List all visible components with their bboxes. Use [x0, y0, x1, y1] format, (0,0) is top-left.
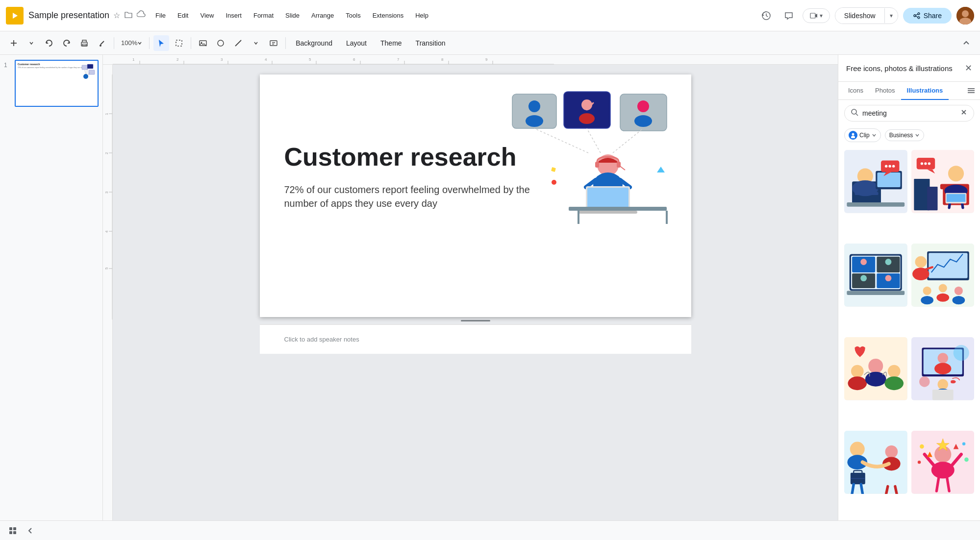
notes-placeholder[interactable]: Click to add speaker notes	[284, 336, 359, 343]
image-tool[interactable]	[195, 35, 211, 51]
paint-button[interactable]	[94, 35, 110, 51]
svg-rect-19	[176, 40, 182, 46]
svg-line-31	[85, 70, 86, 74]
cursor-tool[interactable]	[153, 35, 169, 51]
transition-button[interactable]: Transition	[410, 37, 452, 49]
svg-point-169	[937, 379, 948, 390]
folder-icon[interactable]	[124, 10, 133, 21]
filter-business[interactable]: Business	[885, 129, 925, 141]
share-button[interactable]: Share	[903, 8, 952, 24]
comments-button[interactable]	[780, 7, 798, 25]
grid-view-button[interactable]	[6, 524, 20, 538]
slide-heading[interactable]: Customer research	[284, 143, 529, 171]
panel-tabs: Icons Photos Illustrations	[838, 82, 980, 100]
menu-format[interactable]: Format	[249, 10, 278, 21]
svg-rect-130	[927, 187, 937, 210]
slide-indicator	[260, 317, 691, 324]
add-dropdown[interactable]	[24, 35, 39, 51]
illustration-8[interactable]	[911, 431, 975, 494]
svg-point-167	[953, 345, 969, 361]
svg-text:8: 8	[441, 57, 444, 62]
illustration-7[interactable]	[844, 431, 907, 494]
separator-3	[191, 37, 191, 49]
notes-area[interactable]: Click to add speaker notes	[260, 324, 691, 354]
panel-tab-menu[interactable]	[966, 82, 976, 99]
filter-clip-label: Clip	[859, 132, 870, 139]
line-dropdown[interactable]	[248, 35, 264, 51]
slideshow-button[interactable]: Slideshow	[835, 8, 884, 24]
search-clear-button[interactable]	[960, 108, 968, 118]
toolbar-collapse[interactable]	[958, 35, 974, 51]
illustration-4[interactable]	[911, 244, 975, 307]
svg-text:2: 2	[176, 57, 179, 62]
slide-thumbnail-1[interactable]: Customer research 72% of our customers r…	[15, 60, 99, 107]
illustration-3[interactable]	[844, 244, 907, 307]
menu-arrange[interactable]: Arrange	[306, 10, 339, 21]
search-icon	[851, 108, 858, 118]
cloud-icon[interactable]	[137, 10, 146, 21]
illustration-2[interactable]	[911, 150, 975, 213]
select-tool[interactable]	[171, 35, 187, 51]
star-icon[interactable]: ☆	[113, 11, 120, 20]
illustration-6[interactable]	[911, 337, 975, 400]
line-tool[interactable]	[230, 35, 246, 51]
separator-2	[149, 37, 150, 49]
tab-icons[interactable]: Icons	[842, 82, 869, 100]
svg-point-127	[924, 162, 927, 165]
svg-rect-197	[13, 527, 16, 530]
svg-text:3: 3	[104, 191, 109, 194]
search-input[interactable]	[862, 109, 956, 117]
svg-point-73	[634, 115, 652, 127]
slideshow-dropdown[interactable]: ▾	[884, 8, 898, 23]
menu-file[interactable]: File	[151, 10, 171, 21]
menu-tools[interactable]: Tools	[341, 10, 365, 21]
svg-line-97	[856, 114, 858, 116]
slide-canvas[interactable]: Customer research 72% of our customers r…	[260, 74, 691, 317]
menu-view[interactable]: View	[195, 10, 219, 21]
svg-line-9	[916, 16, 918, 17]
menu-edit[interactable]: Edit	[173, 10, 193, 21]
menu-insert[interactable]: Insert	[221, 10, 247, 21]
print-button[interactable]	[76, 35, 92, 51]
canvas-area[interactable]: Customer research 72% of our customers r…	[113, 65, 838, 540]
svg-point-150	[921, 296, 933, 304]
user-avatar[interactable]	[956, 7, 974, 25]
svg-line-182	[886, 487, 888, 494]
collapse-panel-button[interactable]	[24, 524, 37, 538]
menu-extensions[interactable]: Extensions	[368, 10, 409, 21]
panel-close-button[interactable]: ✕	[965, 63, 972, 74]
svg-point-128	[928, 162, 930, 165]
undo-button[interactable]	[41, 35, 57, 51]
redo-button[interactable]	[59, 35, 75, 51]
svg-point-154	[952, 296, 965, 304]
illustration-5[interactable]	[844, 337, 907, 400]
svg-point-168	[919, 376, 930, 387]
tab-photos[interactable]: Photos	[869, 82, 901, 100]
menu-help[interactable]: Help	[410, 10, 433, 21]
background-button[interactable]: Background	[290, 37, 338, 49]
theme-button[interactable]: Theme	[375, 37, 408, 49]
filter-clip[interactable]: Clip	[844, 128, 881, 142]
svg-point-158	[868, 359, 883, 373]
svg-point-146	[915, 256, 927, 268]
svg-point-161	[884, 376, 904, 390]
app-logo[interactable]	[6, 7, 24, 25]
add-button[interactable]	[6, 35, 22, 51]
doc-title[interactable]: Sample presentation	[28, 10, 109, 21]
layout-button[interactable]: Layout	[340, 37, 373, 49]
illustration-1[interactable]	[844, 150, 907, 213]
textbox-tool[interactable]	[266, 35, 281, 51]
svg-line-181	[861, 484, 862, 493]
menu-slide[interactable]: Slide	[280, 10, 304, 21]
panel-search	[844, 105, 974, 122]
history-button[interactable]	[757, 7, 775, 25]
svg-rect-79	[587, 188, 628, 208]
svg-marker-3	[762, 14, 764, 16]
zoom-label: 100%	[121, 39, 137, 47]
shape-tool[interactable]	[213, 35, 228, 51]
meet-button[interactable]: ▾	[803, 8, 830, 23]
zoom-button[interactable]: 100%	[118, 35, 145, 51]
slide-indicator-bar	[461, 320, 490, 321]
svg-text:7: 7	[397, 57, 400, 62]
tab-illustrations[interactable]: Illustrations	[901, 82, 949, 100]
